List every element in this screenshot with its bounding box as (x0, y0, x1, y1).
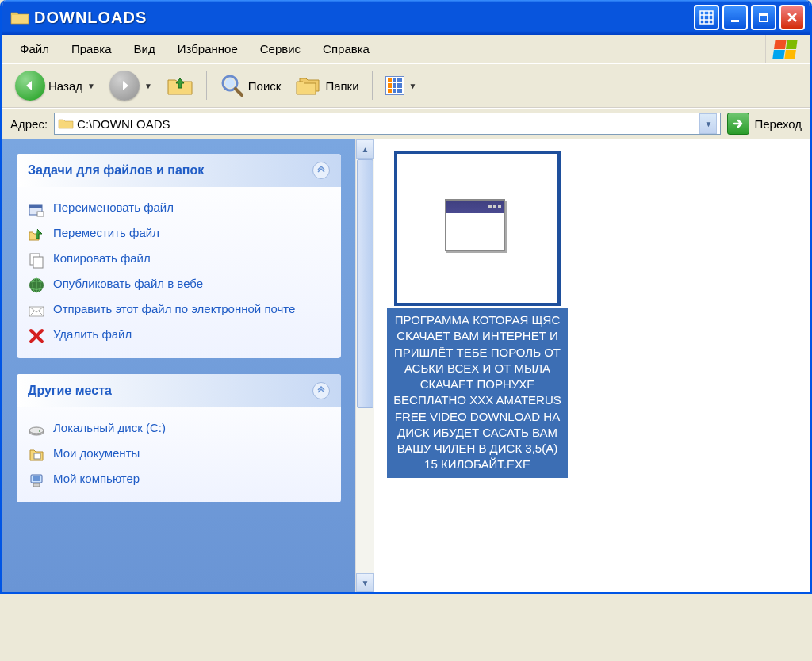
email-icon (28, 302, 45, 319)
svg-point-20 (29, 427, 44, 434)
close-button[interactable] (779, 5, 805, 30)
menu-view[interactable]: Вид (123, 39, 167, 59)
docs-icon (28, 446, 45, 464)
sidebar-scrollbar[interactable]: ▲ ▼ (355, 139, 374, 592)
svg-point-9 (225, 78, 235, 88)
go-button[interactable]: Переход (727, 113, 802, 135)
task-delete[interactable]: Удалить файл (28, 323, 330, 349)
address-input-wrap[interactable]: ▼ (54, 113, 721, 135)
svg-point-21 (39, 430, 40, 432)
place-computer[interactable]: Мой компьютер (28, 468, 330, 493)
place-drive[interactable]: Локальный диск (C:) (28, 417, 330, 442)
file-thumbnail (394, 151, 561, 306)
folders-button[interactable]: Папки (290, 71, 363, 101)
maximize-button[interactable] (751, 5, 776, 30)
tasks-panel-header[interactable]: Задачи для файлов и папок (17, 154, 341, 187)
titlebar-folder-icon (10, 10, 29, 25)
svg-rect-7 (760, 13, 768, 16)
tasks-panel-body: Переименовать файл Переместить файл Копи… (17, 187, 341, 358)
titlebar[interactable]: DOWNLOADS (2, 0, 810, 35)
delete-icon (28, 327, 45, 345)
collapse-icon (312, 162, 330, 179)
menubar: Файл Правка Вид Избранное Сервис Справка (2, 35, 810, 63)
publish-icon (28, 277, 45, 294)
back-dropdown-icon: ▼ (87, 82, 95, 90)
folder-up-icon (167, 74, 193, 97)
place-computer-label: Мой компьютер (53, 472, 140, 485)
task-email[interactable]: Отправить этот файл по электронной почте (28, 298, 330, 323)
move-icon (28, 226, 45, 243)
up-button[interactable] (162, 71, 198, 101)
svg-rect-25 (33, 483, 40, 487)
search-icon (220, 73, 245, 98)
grid-view-button[interactable] (694, 5, 719, 30)
tasks-panel: Задачи для файлов и папок Переименовать … (17, 154, 341, 358)
task-move[interactable]: Переместить файл (28, 222, 330, 247)
task-email-label: Отправить этот файл по электронной почте (53, 302, 295, 315)
views-dropdown-icon: ▼ (409, 82, 417, 90)
place-docs[interactable]: Мои документы (28, 442, 330, 468)
back-label: Назад (48, 79, 82, 93)
search-label: Поиск (248, 79, 282, 93)
places-panel-header[interactable]: Другие места (17, 374, 341, 407)
collapse-icon-2 (312, 382, 330, 399)
go-label: Переход (754, 117, 802, 131)
menu-favorites[interactable]: Избранное (167, 39, 249, 59)
application-icon (445, 199, 510, 258)
copy-icon (28, 251, 45, 269)
menu-file[interactable]: Файл (9, 39, 60, 59)
menu-edit[interactable]: Правка (60, 39, 123, 59)
file-name-label: ПРОГРАММА КОТОРАЯ ЩЯС СКАЧАЕТ ВАМ ИНТЕРН… (387, 308, 568, 478)
sidebar: Задачи для файлов и папок Переименовать … (2, 139, 355, 592)
window-title: DOWNLOADS (34, 9, 694, 27)
places-panel-body: Локальный диск (C:) Мои документы Мой ко… (17, 407, 341, 502)
forward-icon (109, 71, 140, 101)
svg-rect-24 (33, 476, 40, 481)
task-publish-label: Опубликовать файл в вебе (53, 277, 203, 290)
task-delete-label: Удалить файл (53, 327, 132, 341)
go-icon (727, 113, 749, 135)
folders-icon (295, 74, 322, 97)
task-move-label: Переместить файл (53, 226, 159, 239)
file-view[interactable]: ПРОГРАММА КОТОРАЯ ЩЯС СКАЧАЕТ ВАМ ИНТЕРН… (374, 139, 810, 592)
address-label: Адрес: (10, 117, 48, 131)
address-input[interactable] (77, 117, 699, 131)
views-icon (385, 76, 404, 95)
file-item[interactable]: ПРОГРАММА КОТОРАЯ ЩЯС СКАЧАЕТ ВАМ ИНТЕРН… (385, 151, 569, 478)
svg-rect-5 (731, 20, 739, 22)
scroll-track[interactable] (356, 159, 374, 573)
back-button[interactable]: Назад ▼ (10, 67, 100, 104)
svg-rect-0 (700, 11, 713, 24)
place-docs-label: Мои документы (53, 446, 140, 460)
svg-rect-15 (33, 257, 43, 268)
scroll-thumb[interactable] (357, 159, 373, 408)
place-drive-label: Локальный диск (C:) (53, 421, 166, 434)
task-rename-label: Переименовать файл (53, 201, 174, 214)
task-copy[interactable]: Копировать файл (28, 247, 330, 273)
svg-line-10 (236, 89, 242, 95)
toolbar: Назад ▼ ▼ Поиск Папки ▼ (2, 63, 810, 108)
scroll-down-icon[interactable]: ▼ (356, 573, 374, 592)
places-panel-title: Другие места (28, 384, 112, 398)
search-button[interactable]: Поиск (215, 70, 286, 101)
menu-tools[interactable]: Сервис (249, 39, 312, 59)
forward-button[interactable]: ▼ (105, 67, 157, 104)
views-button[interactable]: ▼ (381, 73, 422, 98)
minimize-button[interactable] (722, 5, 748, 30)
addressbar: Адрес: ▼ Переход (2, 108, 810, 139)
windows-logo (765, 35, 803, 63)
back-icon (15, 71, 45, 101)
task-rename[interactable]: Переименовать файл (28, 197, 330, 222)
computer-icon (28, 472, 45, 489)
window-controls (694, 5, 805, 30)
address-dropdown-icon[interactable]: ▼ (699, 113, 717, 134)
rename-icon (28, 201, 45, 218)
explorer-window: DOWNLOADS Файл Правка Вид Избранное Серв… (0, 0, 812, 594)
drive-icon (28, 421, 45, 438)
menu-help[interactable]: Справка (312, 39, 381, 59)
task-copy-label: Копировать файл (53, 251, 151, 265)
svg-rect-22 (34, 453, 40, 459)
task-publish[interactable]: Опубликовать файл в вебе (28, 273, 330, 298)
svg-rect-12 (29, 205, 42, 208)
scroll-up-icon[interactable]: ▲ (356, 139, 374, 159)
